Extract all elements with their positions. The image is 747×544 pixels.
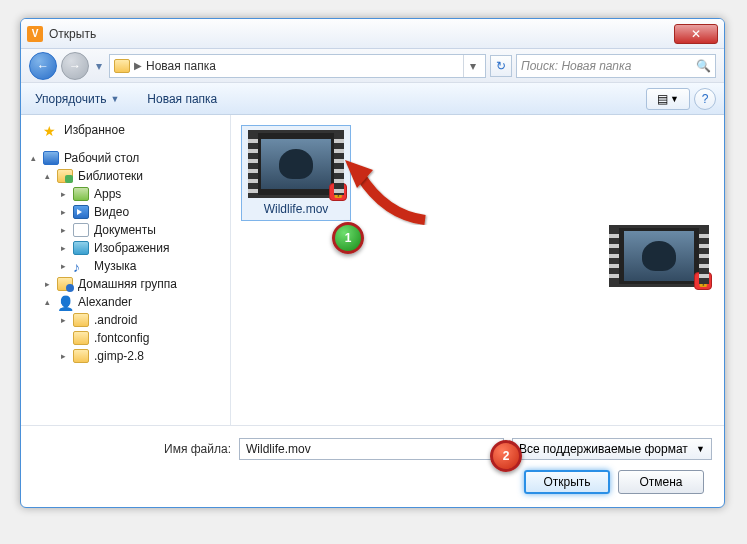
folder-icon: [73, 331, 89, 345]
tree-label: .gimp-2.8: [94, 349, 144, 363]
expand-icon[interactable]: ▸: [59, 208, 68, 217]
file-item-selected[interactable]: 🔒 Wildlife.mov: [241, 125, 351, 221]
organize-menu[interactable]: Упорядочить ▼: [29, 88, 125, 110]
tree-homegroup[interactable]: ▸Домашняя группа: [39, 275, 226, 293]
video-thumbnail: 🔒: [248, 130, 344, 198]
expand-icon[interactable]: ▸: [59, 262, 68, 271]
help-icon: ?: [702, 92, 709, 106]
apps-icon: [73, 187, 89, 201]
filetype-filter[interactable]: Все поддерживаемые формат ▼: [512, 438, 712, 460]
path-drop[interactable]: ▾: [463, 55, 481, 77]
search-placeholder: Поиск: Новая папка: [521, 59, 696, 73]
expand-icon[interactable]: ▸: [43, 280, 52, 289]
tree-folder-gimp[interactable]: ▸.gimp-2.8: [55, 347, 226, 365]
nav-forward-button[interactable]: →: [61, 52, 89, 80]
search-icon: 🔍: [696, 59, 711, 73]
tree-label: Alexander: [78, 295, 132, 309]
close-button[interactable]: ✕: [674, 24, 718, 44]
refresh-button[interactable]: ↻: [490, 55, 512, 77]
library-icon: [57, 169, 73, 183]
expand-icon[interactable]: ▸: [59, 352, 68, 361]
tree-documents[interactable]: ▸Документы: [55, 221, 226, 239]
nav-bar: ← → ▾ ▶ Новая папка ▾ ↻ Поиск: Новая пап…: [21, 49, 724, 83]
annotation-step-1: 1: [332, 222, 364, 254]
annotation-arrow: [345, 160, 435, 230]
video-icon: [73, 205, 89, 219]
tree-favorites[interactable]: ★Избранное: [39, 121, 226, 139]
nav-back-button[interactable]: ←: [29, 52, 57, 80]
cancel-button[interactable]: Отмена: [618, 470, 704, 494]
collapse-icon[interactable]: ▴: [43, 172, 52, 181]
nav-history-drop[interactable]: ▾: [93, 55, 105, 77]
new-folder-button[interactable]: Новая папка: [141, 88, 223, 110]
tree-label: .fontconfig: [94, 331, 149, 345]
file-list[interactable]: 🔒 Wildlife.mov 🔒: [231, 115, 724, 425]
expand-icon[interactable]: ▸: [59, 190, 68, 199]
document-icon: [73, 223, 89, 237]
close-icon: ✕: [691, 27, 701, 41]
filename-input[interactable]: [239, 438, 504, 460]
path-segment[interactable]: Новая папка: [146, 59, 459, 73]
annotation-step-2: 2: [490, 440, 522, 472]
video-thumbnail: 🔒: [609, 225, 709, 287]
tree-user[interactable]: ▴👤Alexander: [39, 293, 226, 311]
tree-label: Рабочий стол: [64, 151, 139, 165]
chevron-down-icon: ▼: [696, 444, 705, 454]
expand-icon[interactable]: ▸: [59, 316, 68, 325]
chevron-down-icon: ▼: [110, 94, 119, 104]
image-icon: [73, 241, 89, 255]
help-button[interactable]: ?: [694, 88, 716, 110]
tree-video[interactable]: ▸Видео: [55, 203, 226, 221]
tree-label: .android: [94, 313, 137, 327]
toolbar: Упорядочить ▼ Новая папка ▤ ▼ ?: [21, 83, 724, 115]
nav-tree: ★Избранное ▴Рабочий стол ▴Библиотеки ▸Ap…: [21, 115, 231, 425]
open-button[interactable]: Открыть: [524, 470, 610, 494]
arrow-right-icon: →: [69, 59, 81, 73]
homegroup-icon: [57, 277, 73, 291]
collapse-icon[interactable]: ▴: [43, 298, 52, 307]
collapse-icon[interactable]: ▴: [29, 154, 38, 163]
star-icon: ★: [43, 123, 59, 137]
dialog-footer: Имя файла: Все поддерживаемые формат ▼ О…: [21, 425, 724, 506]
tree-label: Библиотеки: [78, 169, 143, 183]
folder-icon: [114, 59, 130, 73]
open-file-dialog: V Открыть ✕ ← → ▾ ▶ Новая папка ▾ ↻ Поис…: [20, 18, 725, 508]
tree-desktop[interactable]: ▴Рабочий стол: [25, 149, 226, 167]
button-label: Отмена: [639, 475, 682, 489]
tree-apps[interactable]: ▸Apps: [55, 185, 226, 203]
tree-folder-fontconfig[interactable]: .fontconfig: [55, 329, 226, 347]
search-input[interactable]: Поиск: Новая папка 🔍: [516, 54, 716, 78]
button-label: Открыть: [543, 475, 590, 489]
music-icon: ♪: [73, 259, 89, 273]
organize-label: Упорядочить: [35, 92, 106, 106]
tree-label: Музыка: [94, 259, 136, 273]
expand-icon[interactable]: ▸: [59, 226, 68, 235]
tree-label: Изображения: [94, 241, 169, 255]
arrow-left-icon: ←: [37, 59, 49, 73]
refresh-icon: ↻: [496, 59, 506, 73]
tree-label: Apps: [94, 187, 121, 201]
chevron-down-icon: ▼: [670, 94, 679, 104]
tree-label: Домашняя группа: [78, 277, 177, 291]
path-bar[interactable]: ▶ Новая папка ▾: [109, 54, 486, 78]
new-folder-label: Новая папка: [147, 92, 217, 106]
callout-badge: 2: [490, 440, 522, 472]
tree-label: Видео: [94, 205, 129, 219]
expand-icon[interactable]: ▸: [59, 244, 68, 253]
filter-text: Все поддерживаемые формат: [519, 442, 696, 456]
tree-folder-android[interactable]: ▸.android: [55, 311, 226, 329]
callout-badge: 1: [332, 222, 364, 254]
app-icon: V: [27, 26, 43, 42]
chevron-right-icon: ▶: [134, 60, 142, 71]
lock-icon: 🔒: [694, 272, 712, 290]
window-title: Открыть: [49, 27, 674, 41]
preview-pane: 🔒: [601, 225, 716, 287]
filename-label: Имя файла:: [21, 442, 231, 456]
tree-images[interactable]: ▸Изображения: [55, 239, 226, 257]
user-icon: 👤: [57, 295, 73, 309]
tree-libraries[interactable]: ▴Библиотеки: [39, 167, 226, 185]
view-mode-button[interactable]: ▤ ▼: [646, 88, 690, 110]
tree-music[interactable]: ▸♪Музыка: [55, 257, 226, 275]
folder-icon: [73, 313, 89, 327]
desktop-icon: [43, 151, 59, 165]
